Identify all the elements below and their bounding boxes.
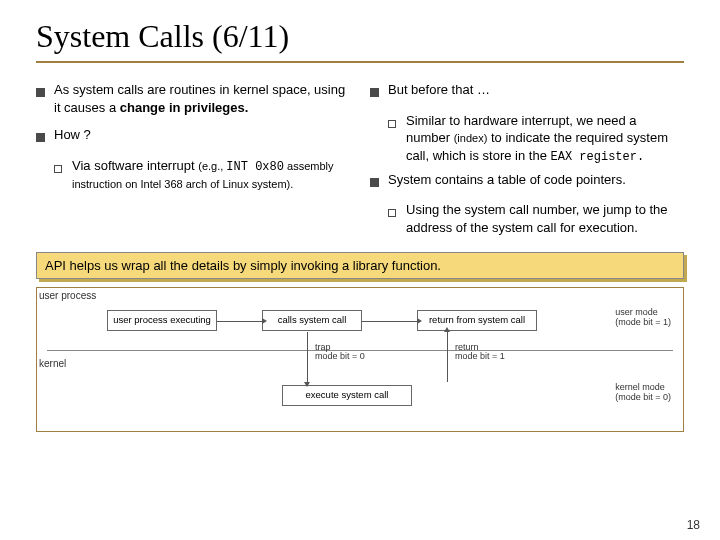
bullet-text: How ? xyxy=(54,126,91,147)
arrow-return-icon xyxy=(447,332,448,382)
bullet-table: System contains a table of code pointers… xyxy=(370,171,684,192)
bullet-text: Similar to hardware interrupt, we need a… xyxy=(406,112,684,165)
right-column: But before that … Similar to hardware in… xyxy=(370,81,684,242)
bullet-how: How ? xyxy=(36,126,350,147)
diagram-row-kernel: execute system call kernel mode(mode bit… xyxy=(47,363,673,403)
bullet-text: But before that … xyxy=(388,81,490,102)
box-user-exec: user process executing xyxy=(107,310,217,330)
slide-title: System Calls (6/11) xyxy=(36,18,684,63)
arrow-icon xyxy=(362,321,417,322)
arrow-label-trap: trapmode bit = 0 xyxy=(315,343,365,361)
bullet-icon xyxy=(54,160,66,193)
subbullet-number: Similar to hardware interrupt, we need a… xyxy=(388,112,684,165)
side-kernel-mode: kernel mode(mode bit = 0) xyxy=(615,383,671,403)
diagram-row-user: user process executing calls system call… xyxy=(47,296,673,336)
side-user-mode: user mode(mode bit = 1) xyxy=(615,308,671,328)
subbullet-jump: Using the system call number, we jump to… xyxy=(388,201,684,236)
bullet-routines: As system calls are routines in kernel s… xyxy=(36,81,350,116)
bullet-icon xyxy=(36,84,48,116)
box-execute-syscall: execute system call xyxy=(282,385,412,405)
box-calls-syscall: calls system call xyxy=(262,310,362,330)
bullet-icon xyxy=(36,129,48,147)
bullet-text: System contains a table of code pointers… xyxy=(388,171,626,192)
bullet-icon xyxy=(370,84,382,102)
bullet-before: But before that … xyxy=(370,81,684,102)
bullet-text: Using the system call number, we jump to… xyxy=(406,201,684,236)
diagram: user process user process executing call… xyxy=(36,287,684,432)
bullet-icon xyxy=(388,115,400,165)
bullet-text: Via software interrupt (e.g., INT 0x80 a… xyxy=(72,157,350,193)
arrow-label-return: returnmode bit = 1 xyxy=(455,343,505,361)
slide-body: System Calls (6/11) As system calls are … xyxy=(0,0,720,242)
bullet-icon xyxy=(388,204,400,236)
callout-box: API helps us wrap all the details by sim… xyxy=(36,252,684,279)
arrow-trap-icon xyxy=(307,332,308,382)
page-number: 18 xyxy=(687,518,700,532)
left-column: As system calls are routines in kernel s… xyxy=(36,81,350,242)
subbullet-interrupt: Via software interrupt (e.g., INT 0x80 a… xyxy=(54,157,350,193)
arrow-icon xyxy=(217,321,262,322)
content-columns: As system calls are routines in kernel s… xyxy=(36,81,684,242)
bullet-text: As system calls are routines in kernel s… xyxy=(54,81,350,116)
bullet-icon xyxy=(370,174,382,192)
box-return-syscall: return from system call xyxy=(417,310,537,330)
